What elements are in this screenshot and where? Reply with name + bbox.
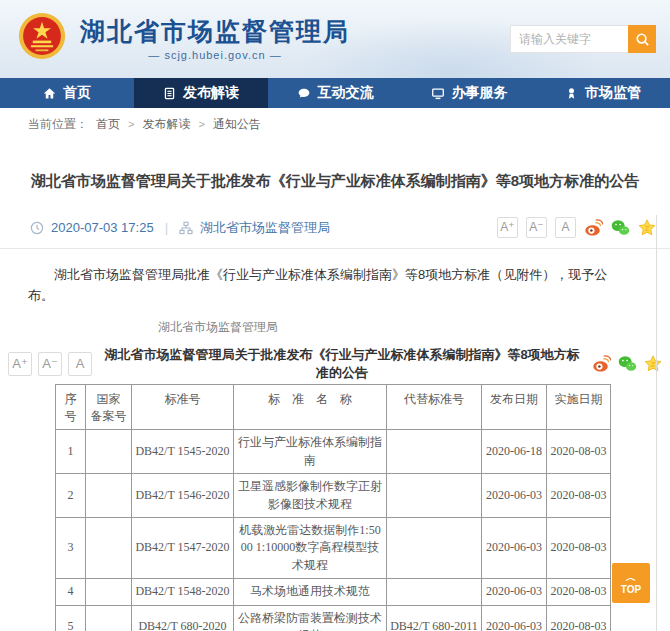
home-icon xyxy=(43,87,56,100)
table-cell: DB42/T 1547-2020 xyxy=(132,517,234,578)
table-cell: 行业与产业标准体系编制指南 xyxy=(234,430,387,474)
scrollbar-track[interactable] xyxy=(656,215,657,631)
table-cell xyxy=(86,579,132,605)
breadcrumb-notices[interactable]: 通知公告 xyxy=(213,116,261,133)
nav-label: 互动交流 xyxy=(318,84,374,102)
column-header: 代替标准号 xyxy=(387,384,482,430)
table-cell: 2020-08-03 xyxy=(547,474,611,518)
standards-table: 序号国家 备案号标准号标 准 名 称代替标准号发布日期实施日期 1DB42/T … xyxy=(55,384,611,631)
table-cell: DB42/T 1548-2020 xyxy=(132,579,234,605)
search-button[interactable] xyxy=(628,25,656,53)
column-header: 国家 备案号 xyxy=(86,384,132,430)
wechat-icon[interactable] xyxy=(611,219,630,236)
monitor-icon xyxy=(431,87,445,100)
page-title: 湖北省市场监督管理局关于批准发布《行业与产业标准体系编制指南》等8项地方标准的公… xyxy=(0,172,670,191)
font-increase-button[interactable]: A⁺ xyxy=(8,352,32,376)
table-cell xyxy=(86,474,132,518)
table-row: 3DB42/T 1547-2020机载激光雷达数据制作1:5000 1:1000… xyxy=(56,517,611,578)
table-cell: DB42/T 1546-2020 xyxy=(132,474,234,518)
meta-separator: | xyxy=(165,220,168,235)
table-cell: 马术场地通用技术规范 xyxy=(234,579,387,605)
chevron-up-icon: ︿ xyxy=(626,572,637,583)
font-decrease-button[interactable]: A⁻ xyxy=(38,352,62,376)
nav-label: 首页 xyxy=(63,84,91,102)
national-emblem-icon[interactable] xyxy=(18,12,66,60)
table-cell: 卫星遥感影像制作数字正射影像图技术规程 xyxy=(234,474,387,518)
table-cell: DB42/T 680-2020 xyxy=(132,605,234,631)
document-icon xyxy=(163,87,176,100)
table-cell: 2020-06-03 xyxy=(482,474,547,518)
standards-table-wrapper: 序号国家 备案号标准号标 准 名 称代替标准号发布日期实施日期 1DB42/T … xyxy=(55,384,615,631)
breadcrumb-separator: > xyxy=(198,118,204,130)
table-cell: DB42/T 680-2011 xyxy=(387,605,482,631)
table-row: 1DB42/T 1545-2020行业与产业标准体系编制指南2020-06-18… xyxy=(56,430,611,474)
article-source[interactable]: 湖北省市场监督管理局 xyxy=(200,219,330,237)
site-title: 湖北省市场监督管理局 xyxy=(80,17,350,46)
table-row: 5DB42/T 680-2020公路桥梁防雷装置检测技术规范DB42/T 680… xyxy=(56,605,611,631)
nav-label: 市场监管 xyxy=(585,84,641,102)
font-decrease-button[interactable]: A⁻ xyxy=(526,217,547,238)
nav-item-services[interactable]: 办事服务 xyxy=(402,78,536,108)
table-cell xyxy=(387,517,482,578)
standards-table-head-row: 序号国家 备案号标准号标 准 名 称代替标准号发布日期实施日期 xyxy=(56,384,611,430)
weibo-icon[interactable] xyxy=(584,219,603,236)
table-cell: 2020-08-03 xyxy=(547,430,611,474)
table-row: 4DB42/T 1548-2020马术场地通用技术规范2020-06-03202… xyxy=(56,579,611,605)
site-domain: — scjg.hubei.gov.cn — xyxy=(148,49,281,61)
breadcrumb-home[interactable]: 首页 xyxy=(96,116,120,133)
main-nav: 首页 发布解读 互动交流 办事服务 xyxy=(0,78,670,108)
attachment-title: 湖北省市场监督管理局关于批准发布《行业与产业标准体系编制指南》等8项地方标准的公… xyxy=(92,346,592,382)
nav-label: 发布解读 xyxy=(183,84,239,102)
nav-item-supervision[interactable]: 市场监管 xyxy=(536,78,670,108)
article-meta: 2020-07-03 17:25 | 湖北省市场监督管理局 A⁺ A⁻ A xyxy=(0,217,670,249)
source-icon xyxy=(179,221,193,235)
table-cell: 3 xyxy=(56,517,86,578)
article-body: 湖北省市场监督管理局批准《行业与产业标准体系编制指南》等8项地方标准（见附件），… xyxy=(0,265,670,307)
table-cell: 2020-06-18 xyxy=(482,430,547,474)
breadcrumb-separator: > xyxy=(128,118,134,130)
search-input[interactable] xyxy=(510,25,628,53)
weibo-icon[interactable] xyxy=(592,355,611,372)
top-label: TOP xyxy=(621,584,641,595)
breadcrumb: 当前位置： 首页 > 发布解读 > 通知公告 xyxy=(0,108,670,140)
star-icon[interactable] xyxy=(644,355,662,372)
nav-item-home[interactable]: 首页 xyxy=(0,78,134,108)
attachment-toolbar: A⁺ A⁻ A 湖北省市场监督管理局关于批准发布《行业与产业标准体系编制指南》等… xyxy=(0,346,670,382)
table-cell xyxy=(387,474,482,518)
table-cell: 2020-08-03 xyxy=(547,517,611,578)
clock-icon xyxy=(30,221,44,235)
table-row: 2DB42/T 1546-2020卫星遥感影像制作数字正射影像图技术规程2020… xyxy=(56,474,611,518)
table-cell: 2020-08-03 xyxy=(547,579,611,605)
table-cell xyxy=(86,430,132,474)
table-cell: 5 xyxy=(56,605,86,631)
brand: 湖北省市场监督管理局 — scjg.hubei.gov.cn — xyxy=(80,17,350,62)
font-increase-button[interactable]: A⁺ xyxy=(497,217,518,238)
table-cell: 2020-06-03 xyxy=(482,605,547,631)
table-cell: 2020-08-03 xyxy=(547,605,611,631)
table-cell xyxy=(86,605,132,631)
back-to-top-button[interactable]: ︿ TOP xyxy=(612,563,650,603)
nav-item-publish[interactable]: 发布解读 xyxy=(134,78,268,108)
standards-table-body: 1DB42/T 1545-2020行业与产业标准体系编制指南2020-06-18… xyxy=(56,430,611,631)
wechat-icon[interactable] xyxy=(618,355,637,372)
table-cell: 2020-06-03 xyxy=(482,517,547,578)
star-icon[interactable] xyxy=(638,219,656,236)
table-cell: 2020-06-03 xyxy=(482,579,547,605)
breadcrumb-publish[interactable]: 发布解读 xyxy=(142,116,190,133)
table-cell xyxy=(387,430,482,474)
search-bar xyxy=(510,25,656,53)
person-badge-icon xyxy=(565,87,578,100)
publish-datetime: 2020-07-03 17:25 xyxy=(51,220,154,235)
font-reset-button[interactable]: A xyxy=(555,217,576,238)
table-cell: 公路桥梁防雷装置检测技术规范 xyxy=(234,605,387,631)
table-cell xyxy=(86,517,132,578)
font-reset-button[interactable]: A xyxy=(68,352,92,376)
column-header: 序号 xyxy=(56,384,86,430)
table-cell: 2 xyxy=(56,474,86,518)
table-cell: 机载激光雷达数据制作1:5000 1:10000数字高程模型技术规程 xyxy=(234,517,387,578)
nav-item-interaction[interactable]: 互动交流 xyxy=(268,78,402,108)
page: 湖北省市场监督管理局 — scjg.hubei.gov.cn — 首页 xyxy=(0,0,670,631)
column-header: 标准号 xyxy=(132,384,234,430)
chat-bubble-icon xyxy=(297,87,311,100)
table-cell xyxy=(387,579,482,605)
